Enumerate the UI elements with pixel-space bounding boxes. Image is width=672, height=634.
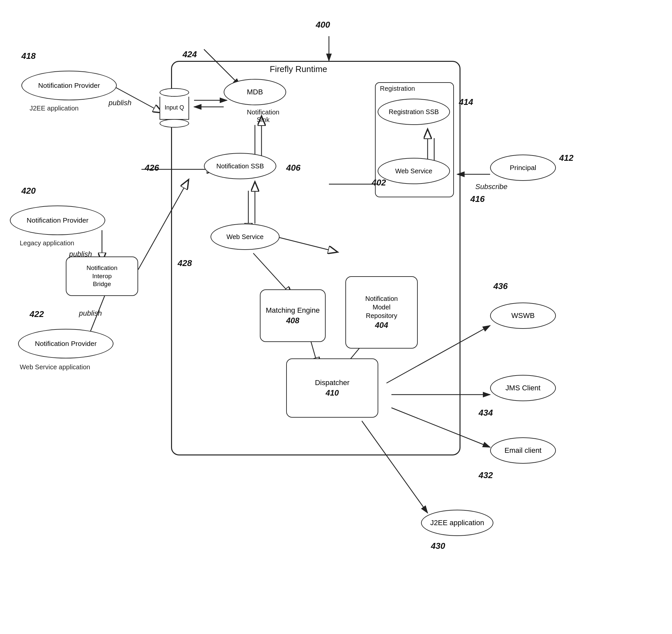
subscribe-label: Subscribe — [475, 182, 507, 191]
ref-408-label: 408 — [286, 315, 299, 325]
dispatcher-box: Dispatcher 410 — [286, 359, 378, 418]
ref-404-label: 404 — [375, 320, 388, 330]
mdb-label: MDB — [247, 88, 263, 96]
notification-ssb-ellipse: Notification SSB — [204, 153, 276, 179]
principal-label: Principal — [510, 164, 536, 172]
wswb-label: WSWB — [511, 311, 535, 320]
web-service-right-label: Web Service — [395, 167, 432, 175]
web-service-app-label: Web Service application — [20, 363, 90, 371]
web-service-left-ellipse: Web Service — [211, 224, 280, 250]
ref-432-label: 432 — [479, 470, 493, 481]
ref-434-label: 434 — [479, 408, 493, 418]
j2ee-app-label: J2EE application — [30, 104, 79, 112]
ref-430-label: 430 — [431, 541, 445, 551]
notification-provider-420-ellipse: Notification Provider — [10, 205, 105, 235]
ref-400-label: 400 — [316, 20, 330, 30]
web-service-right-ellipse: Web Service — [378, 158, 450, 184]
publish-420-label: publish — [69, 250, 92, 259]
email-client-label: Email client — [505, 446, 542, 455]
principal-ellipse: Principal — [490, 154, 556, 181]
ref-418-label: 418 — [21, 51, 35, 61]
email-client-ellipse: Email client — [490, 437, 556, 464]
dispatcher-label: Dispatcher — [315, 378, 349, 388]
notification-interop-bridge-label: NotificationInteropBridge — [87, 264, 117, 288]
ref-426-label: 426 — [145, 163, 159, 173]
web-service-left-label: Web Service — [226, 233, 263, 241]
notification-sink-label: Notification Sink — [243, 108, 283, 124]
notification-provider-422-label: Notification Provider — [35, 339, 97, 347]
j2ee-application-ellipse: J2EE application — [421, 510, 494, 536]
jms-client-label: JMS Client — [506, 384, 541, 392]
ref-412-label: 412 — [559, 153, 573, 163]
publish-422-label: publish — [79, 309, 102, 318]
matching-engine-box: Matching Engine 408 — [260, 289, 326, 342]
notification-model-repo-box: NotificationModelRepository 404 — [345, 276, 418, 348]
legacy-app-label: Legacy application — [20, 239, 74, 247]
ref-420-label: 420 — [21, 186, 35, 196]
notification-interop-bridge-box: NotificationInteropBridge — [66, 257, 138, 296]
publish-418-label: publish — [109, 99, 131, 107]
registration-ssb-ellipse: Registration SSB — [378, 99, 450, 125]
ref-422-label: 422 — [30, 309, 44, 319]
ref-436-label: 436 — [494, 281, 507, 291]
diagram-container: 400 Firefly Runtime 402 Registration Reg… — [0, 0, 672, 634]
notification-model-repo-label: NotificationModelRepository — [365, 294, 398, 320]
ref-424-label: 424 — [183, 49, 197, 59]
registration-label: Registration — [380, 85, 415, 92]
jms-client-ellipse: JMS Client — [490, 375, 556, 401]
ref-428-label: 428 — [177, 258, 192, 268]
ref-416-label: 416 — [471, 194, 484, 204]
input-q-label: Input Q — [165, 104, 184, 112]
ref-406-label: 406 — [286, 163, 300, 173]
ref-414-label: 414 — [459, 97, 473, 107]
notification-ssb-label: Notification SSB — [216, 162, 264, 170]
input-q-cylinder: Input Q — [158, 88, 191, 128]
notification-provider-418-ellipse: Notification Provider — [21, 71, 117, 100]
registration-ssb-label: Registration SSB — [389, 108, 439, 116]
notification-provider-418-label: Notification Provider — [38, 81, 100, 90]
firefly-runtime-label: Firefly Runtime — [270, 64, 327, 74]
ref-410-label: 410 — [326, 388, 339, 398]
matching-engine-label: Matching Engine — [266, 306, 320, 315]
mdb-ellipse: MDB — [224, 79, 286, 105]
wswb-ellipse: WSWB — [490, 302, 556, 329]
notification-provider-422-ellipse: Notification Provider — [18, 329, 114, 359]
j2ee-application-label: J2EE application — [430, 518, 484, 527]
notification-provider-420-label: Notification Provider — [27, 216, 89, 224]
